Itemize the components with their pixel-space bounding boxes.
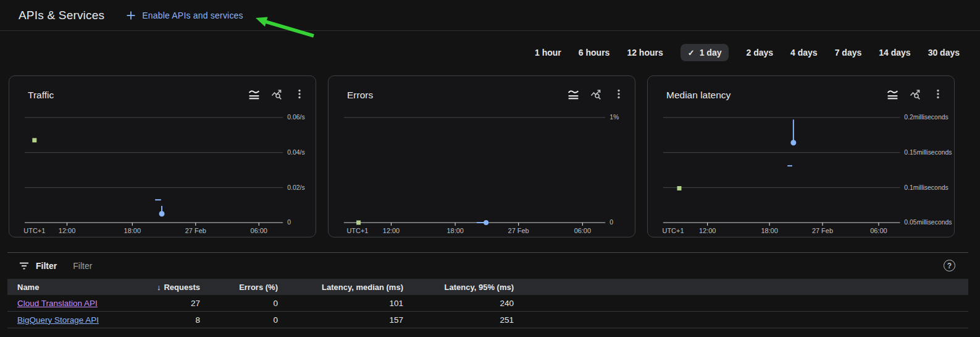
table-header-row: Name↓RequestsErrors (%)Latency, median (… — [7, 279, 968, 295]
time-range-selector: 1 hour6 hours12 hours✓1 day2 days4 days7… — [0, 43, 980, 62]
column-header-label: Latency, 95% (ms) — [445, 283, 514, 292]
traffic-card-toolbar — [247, 87, 306, 101]
requests-value: 8 — [151, 315, 200, 325]
plus-icon — [125, 10, 136, 21]
page-header: APIs & Services Enable APIs and services — [0, 0, 980, 31]
more-options-icon[interactable] — [931, 87, 945, 101]
column-header-latency-median-ms[interactable]: Latency, median (ms) — [278, 283, 403, 292]
api-name-cell: Cloud Translation API — [7, 299, 151, 308]
time-range-4-days[interactable]: 4 days — [790, 44, 818, 61]
column-header-label: Name — [17, 283, 39, 292]
svg-text:0.2milliseconds: 0.2milliseconds — [904, 114, 948, 121]
column-header-name[interactable]: Name — [7, 283, 151, 292]
svg-text:12:00: 12:00 — [699, 227, 716, 234]
api-name-cell: BigQuery Storage API — [7, 315, 151, 325]
errors-pct-value: 0 — [200, 299, 278, 308]
column-header-latency-95-ms[interactable]: Latency, 95% (ms) — [403, 283, 514, 292]
svg-text:27 Feb: 27 Feb — [812, 227, 833, 234]
area-chart-toggle-icon[interactable] — [886, 87, 899, 101]
time-range-label: 1 hour — [535, 48, 561, 58]
svg-text:0.02/s: 0.02/s — [287, 184, 304, 191]
more-options-icon[interactable] — [612, 87, 626, 101]
check-icon: ✓ — [688, 48, 695, 58]
more-options-icon[interactable] — [293, 87, 306, 101]
svg-text:06:00: 06:00 — [870, 227, 887, 234]
help-icon[interactable]: ? — [944, 260, 955, 271]
time-range-1-hour[interactable]: 1 hour — [535, 44, 561, 61]
time-range-label: 4 days — [790, 48, 818, 58]
median-latency-card-toolbar — [886, 87, 945, 101]
api-link[interactable]: Cloud Translation API — [17, 299, 98, 308]
svg-text:06:00: 06:00 — [574, 227, 591, 234]
time-range-label: 12 hours — [627, 48, 663, 58]
filter-icon — [19, 260, 30, 271]
requests-value: 27 — [151, 299, 200, 308]
explore-data-icon[interactable] — [589, 87, 603, 101]
time-range-14-days[interactable]: 14 days — [879, 44, 910, 61]
svg-text:27 Feb: 27 Feb — [185, 227, 206, 234]
svg-text:18:00: 18:00 — [446, 227, 463, 234]
filter-button[interactable]: Filter — [19, 260, 57, 271]
latency-median-value: 101 — [278, 299, 403, 308]
traffic-chart: 0.06/s0.04/s0.02/s0UTC+112:0018:0027 Feb… — [9, 107, 316, 238]
area-chart-toggle-icon[interactable] — [566, 87, 580, 101]
filter-input[interactable]: Filter — [73, 261, 968, 271]
column-header-label: Errors (%) — [239, 283, 278, 292]
time-range-label: 2 days — [746, 48, 773, 58]
latency-median-value: 157 — [278, 315, 403, 325]
area-chart-toggle-icon[interactable] — [247, 87, 261, 101]
column-header-errors[interactable]: Errors (%) — [200, 283, 278, 292]
traffic-card: Traffic 0.06/s0.04/s0.02/s0UTC+112:0018:… — [9, 75, 316, 237]
time-range-12-hours[interactable]: 12 hours — [627, 44, 663, 61]
errors-pct-value: 0 — [200, 315, 278, 325]
svg-text:0: 0 — [287, 219, 291, 226]
errors-chart: 1%0UTC+112:0018:0027 Feb06:00 — [329, 107, 635, 238]
time-range-2-days[interactable]: 2 days — [746, 44, 773, 61]
enable-apis-button[interactable]: Enable APIs and services — [125, 10, 243, 21]
svg-text:UTC+1: UTC+1 — [346, 227, 368, 234]
column-header-requests[interactable]: ↓Requests — [151, 283, 200, 292]
svg-text:0.1milliseconds: 0.1milliseconds — [904, 184, 948, 191]
median-latency-chart: 0.2milliseconds0.15milliseconds0.1millis… — [648, 107, 954, 238]
svg-text:0.15milliseconds: 0.15milliseconds — [904, 149, 952, 156]
svg-text:1%: 1% — [609, 114, 619, 121]
svg-text:0.05milliseconds: 0.05milliseconds — [904, 219, 952, 226]
svg-text:12:00: 12:00 — [59, 227, 75, 234]
chart-title-median-latency: Median latency — [666, 90, 731, 101]
table-body: Cloud Translation API270101240BigQuery S… — [7, 295, 968, 328]
time-range-6-hours[interactable]: 6 hours — [579, 44, 610, 61]
svg-text:0.04/s: 0.04/s — [287, 149, 304, 156]
apis-table-section: Filter Filter ? Name↓RequestsErrors (%)L… — [7, 252, 968, 328]
explore-data-icon[interactable] — [270, 87, 283, 101]
chart-title-errors: Errors — [347, 90, 373, 101]
table-row: BigQuery Storage API80157251 — [7, 312, 968, 328]
latency-95-value: 251 — [403, 315, 514, 325]
time-range-label: 6 hours — [579, 48, 610, 58]
median-latency-card: Median latency 0.2milliseconds0.15millis… — [647, 75, 955, 237]
help-glyph: ? — [947, 262, 952, 270]
chart-title-traffic: Traffic — [28, 90, 54, 101]
explore-data-icon[interactable] — [908, 87, 922, 101]
time-range-label: 1 day — [700, 48, 722, 58]
enable-apis-label: Enable APIs and services — [142, 11, 243, 20]
annotation-arrow-icon — [247, 12, 324, 42]
column-header-label: Requests — [164, 283, 200, 292]
time-range-label: 30 days — [928, 48, 960, 58]
svg-text:12:00: 12:00 — [383, 227, 400, 234]
time-range-label: 14 days — [879, 48, 910, 58]
time-range-30-days[interactable]: 30 days — [928, 44, 960, 61]
svg-text:18:00: 18:00 — [761, 227, 777, 234]
svg-text:UTC+1: UTC+1 — [23, 227, 45, 234]
charts-row: Traffic 0.06/s0.04/s0.02/s0UTC+112:0018:… — [0, 75, 980, 237]
time-range-7-days[interactable]: 7 days — [835, 44, 862, 61]
api-link[interactable]: BigQuery Storage API — [17, 315, 99, 325]
latency-95-value: 240 — [403, 299, 514, 308]
svg-text:0.06/s: 0.06/s — [287, 114, 304, 121]
time-range-1-day[interactable]: ✓1 day — [681, 44, 729, 61]
filter-bar: Filter Filter ? — [7, 253, 968, 279]
svg-text:UTC+1: UTC+1 — [663, 227, 684, 234]
table-row: Cloud Translation API270101240 — [7, 295, 968, 312]
filter-label: Filter — [36, 261, 57, 271]
column-header-label: Latency, median (ms) — [322, 283, 403, 292]
svg-text:18:00: 18:00 — [124, 227, 141, 234]
